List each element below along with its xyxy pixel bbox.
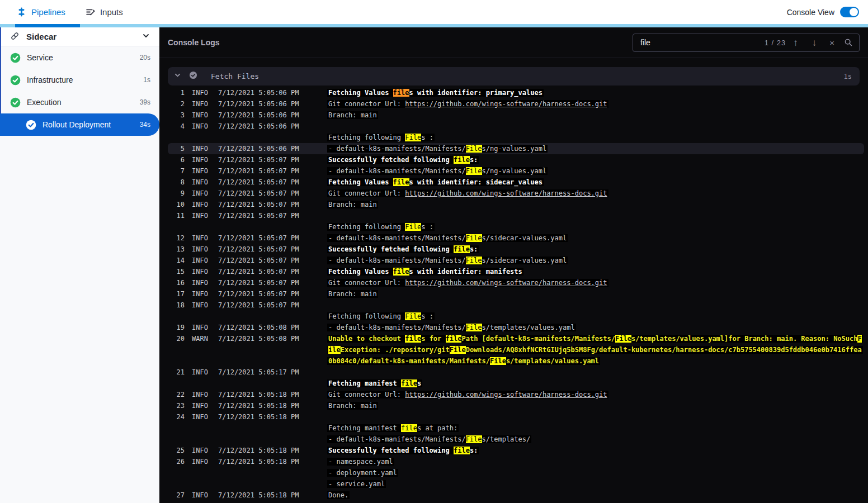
log-section-fetch-files[interactable]: Fetch Files 1s: [168, 67, 860, 86]
line-number: 3: [168, 111, 185, 119]
log-row[interactable]: 0b084c0/default-k8s-manifests/Manifests/…: [168, 355, 864, 367]
search-match: file: [454, 245, 470, 253]
log-link[interactable]: https://github.com/wings-software/harnes…: [405, 279, 607, 287]
log-text: Fetching Values: [328, 268, 393, 276]
log-message: Done.: [327, 491, 350, 499]
line-number: 7: [168, 167, 185, 175]
log-row[interactable]: 15INFO7/12/2021 5:05:07 PMFetching Value…: [168, 266, 864, 277]
log-text: Fetching Values: [328, 178, 393, 186]
log-link[interactable]: https://github.com/wings-software/harnes…: [405, 391, 607, 398]
log-message: - deployment.yaml: [327, 469, 398, 477]
log-text: s with identifier: manifests: [409, 268, 522, 276]
log-row[interactable]: 4INFO7/12/2021 5:05:06 PM: [168, 121, 864, 132]
log-timestamp: 7/12/2021 5:05:07 PM: [218, 167, 302, 175]
tab-pipelines[interactable]: Pipelines: [17, 7, 65, 17]
log-row[interactable]: 8INFO7/12/2021 5:05:07 PMFetching Values…: [168, 177, 864, 188]
log-row[interactable]: 5INFO7/12/2021 5:05:06 PM- default-k8s-m…: [168, 143, 864, 154]
line-number: 19: [168, 324, 185, 331]
log-level: INFO: [192, 100, 211, 108]
log-text: s for: [421, 335, 445, 343]
log-message: Fetching manifest files: [327, 379, 422, 387]
log-timestamp: 7/12/2021 5:05:07 PM: [218, 234, 302, 242]
log-message: - default-k8s-manifests/Manifests/Files/…: [327, 234, 568, 242]
log-text: Successfully fetched following: [328, 245, 454, 253]
log-row[interactable]: 14INFO7/12/2021 5:05:07 PM- default-k8s-…: [168, 255, 864, 266]
log-row[interactable]: Fetching following Files :: [168, 311, 864, 322]
sidebar-item-rollout-deployment[interactable]: Rollout Deployment34s: [0, 113, 159, 136]
line-number: 17: [168, 290, 185, 298]
log-text: Exception: ./repository/git: [341, 346, 450, 354]
log-message: - service.yaml: [327, 480, 386, 488]
log-row[interactable]: Fetching manifest files: [168, 378, 864, 389]
search-match: ile: [328, 346, 341, 354]
log-row[interactable]: 17INFO7/12/2021 5:05:07 PMBranch: main: [168, 288, 864, 300]
log-text: s :: [421, 312, 433, 320]
log-row[interactable]: 22INFO7/12/2021 5:05:18 PMGit connector …: [168, 389, 864, 400]
line-number: 5: [168, 145, 185, 153]
log-text: s with identifier: sidecar_values: [409, 178, 542, 186]
log-row[interactable]: 27INFO7/12/2021 5:05:18 PMDone.: [168, 490, 864, 501]
log-row[interactable]: 10INFO7/12/2021 5:05:07 PMBranch: main: [168, 199, 864, 210]
log-row[interactable]: 21INFO7/12/2021 5:05:17 PM: [168, 367, 864, 378]
sidebar-item-execution[interactable]: Execution39s: [1, 91, 159, 113]
log-level: INFO: [192, 201, 211, 208]
log-row[interactable]: 9INFO7/12/2021 5:05:07 PMGit connector U…: [168, 188, 864, 199]
log-message: Branch: main: [327, 402, 378, 410]
chevron-down-icon[interactable]: [141, 31, 150, 42]
previous-match-button[interactable]: ↑: [793, 38, 798, 48]
log-row[interactable]: - default-k8s-manifests/Manifests/Files/…: [168, 434, 864, 445]
stage-header-sidecar[interactable]: Sidecar: [1, 27, 159, 46]
log-row[interactable]: 12INFO7/12/2021 5:05:07 PM- default-k8s-…: [168, 232, 864, 244]
log-row[interactable]: 16INFO7/12/2021 5:05:07 PMGit connector …: [168, 277, 864, 288]
step-duration: 20s: [140, 54, 150, 61]
log-row[interactable]: 11INFO7/12/2021 5:05:07 PM: [168, 210, 864, 221]
log-row[interactable]: 23INFO7/12/2021 5:05:18 PMBranch: main: [168, 400, 864, 411]
log-row[interactable]: - service.yaml: [168, 478, 864, 490]
section-chevron-down-icon[interactable]: [173, 71, 182, 82]
log-row[interactable]: ileException: ./repository/gitFileDownlo…: [168, 344, 864, 355]
line-number: 16: [168, 279, 185, 287]
log-row[interactable]: 19INFO7/12/2021 5:05:08 PM- default-k8s-…: [168, 322, 864, 333]
log-level: WARN: [192, 335, 211, 343]
log-row[interactable]: 25INFO7/12/2021 5:05:18 PMSuccessfully f…: [168, 445, 864, 456]
log-row[interactable]: Fetching following Files :: [168, 132, 864, 143]
clear-search-button[interactable]: ×: [829, 39, 834, 47]
log-link[interactable]: https://github.com/wings-software/harnes…: [405, 189, 607, 197]
log-row[interactable]: 24INFO7/12/2021 5:05:18 PM: [168, 411, 864, 423]
next-match-button[interactable]: ↓: [812, 38, 817, 48]
log-row[interactable]: 13INFO7/12/2021 5:05:07 PMSuccessfully f…: [168, 244, 864, 255]
log-row[interactable]: 1INFO7/12/2021 5:05:06 PMFetching Values…: [168, 87, 864, 98]
log-level: INFO: [192, 391, 211, 398]
toggle-knob: [850, 8, 858, 16]
log-row[interactable]: 3INFO7/12/2021 5:05:06 PMBranch: main: [168, 110, 864, 121]
log-message: - namespace.yaml: [327, 458, 394, 466]
log-search-box[interactable]: 1 / 23 ↑ ↓ ×: [633, 34, 860, 52]
log-row[interactable]: 20WARN7/12/2021 5:05:08 PMUnable to chec…: [168, 333, 864, 344]
log-level: INFO: [192, 279, 211, 287]
log-level: INFO: [192, 324, 211, 331]
log-timestamp: 7/12/2021 5:05:07 PM: [218, 268, 302, 276]
search-icon[interactable]: [844, 38, 853, 47]
log-row[interactable]: 6INFO7/12/2021 5:05:07 PMSuccessfully fe…: [168, 154, 864, 165]
log-row[interactable]: 2INFO7/12/2021 5:05:06 PMGit connector U…: [168, 98, 864, 110]
log-timestamp: 7/12/2021 5:05:06 PM: [218, 122, 302, 130]
log-text: Downloads/AQ8xhfNCRtGIUjq5bSM8Fg/default…: [466, 346, 862, 354]
log-row[interactable]: - deployment.yaml: [168, 467, 864, 478]
log-link[interactable]: https://github.com/wings-software/harnes…: [405, 100, 607, 108]
log-row[interactable]: Fetching following Files :: [168, 221, 864, 232]
sidebar-item-infrastructure[interactable]: Infrastructure1s: [1, 69, 159, 91]
log-row[interactable]: 26INFO7/12/2021 5:05:18 PM- namespace.ya…: [168, 456, 864, 467]
log-row[interactable]: 18INFO7/12/2021 5:05:07 PM: [168, 300, 864, 311]
stage-step-list: Service20sInfrastructure1sExecution39sRo…: [1, 46, 159, 136]
line-number: 15: [168, 268, 185, 276]
sidebar-item-service[interactable]: Service20s: [1, 46, 159, 69]
step-label: Rollout Deployment: [43, 120, 111, 129]
log-row[interactable]: Fetching manifest files at path:: [168, 423, 864, 434]
log-timestamp: 7/12/2021 5:05:07 PM: [218, 178, 302, 186]
tab-inputs[interactable]: Inputs: [86, 7, 123, 17]
log-row[interactable]: 7INFO7/12/2021 5:05:07 PM- default-k8s-m…: [168, 165, 864, 177]
log-line-list: 1INFO7/12/2021 5:05:06 PMFetching Values…: [159, 86, 868, 501]
console-view-toggle[interactable]: [840, 7, 859, 17]
log-level: INFO: [192, 458, 211, 466]
search-input[interactable]: [639, 37, 757, 48]
